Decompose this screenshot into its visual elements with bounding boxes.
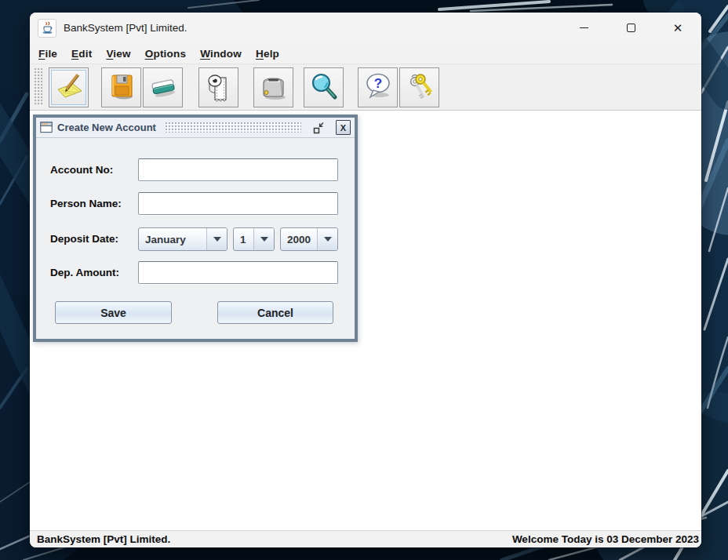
dep-amount-label: Dep. Amount: [50, 261, 138, 284]
status-right-text: Welcome Today is 03 December 2023 [512, 533, 699, 545]
security-keys-button[interactable] [399, 67, 439, 107]
day-dropdown-arrow-box [253, 228, 274, 250]
new-account-button[interactable] [49, 67, 89, 107]
window-title: BankSystem [Pvt] Limited. [64, 22, 187, 34]
search-magnifier-icon [308, 71, 340, 103]
close-button[interactable]: ✕ [654, 13, 701, 43]
chevron-down-icon [213, 237, 221, 242]
window-controls: ✕ [560, 13, 701, 43]
menu-options[interactable]: Options [138, 45, 193, 62]
cancel-form-button[interactable]: Cancel [217, 301, 333, 324]
help-button[interactable]: ? [358, 67, 398, 107]
java-cup-icon [38, 19, 56, 38]
year-value: 2000 [281, 228, 317, 250]
security-keys-icon [404, 71, 435, 103]
maximize-icon [627, 24, 635, 32]
account-no-label: Account No: [50, 158, 138, 181]
toolbar: ? [30, 64, 701, 111]
close-icon: ✕ [673, 22, 683, 34]
create-account-form: Account No: Person Name: Deposit Date: J… [36, 138, 355, 339]
person-name-label: Person Name: [50, 192, 138, 215]
dep-amount-input[interactable] [138, 261, 338, 284]
process-button[interactable] [253, 67, 293, 107]
mdi-desktop-pane: Create New Account X Account No: Person … [30, 111, 701, 530]
search-button[interactable] [304, 67, 344, 107]
delete-eraser-icon [147, 71, 179, 103]
save-floppy-icon [106, 71, 137, 103]
month-combobox[interactable]: January [138, 227, 228, 251]
new-note-icon [53, 71, 85, 103]
restore-arrow-icon [312, 122, 325, 134]
internal-frame-title: Create New Account [57, 122, 156, 133]
menu-view[interactable]: View [99, 45, 137, 62]
help-question-icon: ? [362, 71, 394, 103]
titlebar-bumps-texture [166, 122, 301, 133]
minimize-icon [580, 27, 588, 28]
minimize-button[interactable] [560, 13, 607, 43]
toolbar-drag-handle[interactable] [35, 68, 44, 106]
delete-button[interactable] [143, 67, 183, 107]
print-paper-roll-icon [203, 71, 235, 103]
internal-frame-titlebar[interactable]: Create New Account X [36, 118, 355, 138]
app-window: BankSystem [Pvt] Limited. ✕ File Edit Vi… [30, 13, 701, 547]
menu-help[interactable]: Help [249, 45, 286, 62]
menu-edit[interactable]: Edit [64, 45, 99, 62]
chevron-down-icon [260, 237, 268, 242]
person-name-input[interactable] [138, 192, 338, 215]
status-left-text: BankSystem [Pvt] Limited. [37, 533, 170, 545]
window-titlebar: BankSystem [Pvt] Limited. ✕ [30, 13, 701, 43]
create-account-internal-frame: Create New Account X Account No: Person … [33, 115, 358, 342]
status-bar: BankSystem [Pvt] Limited. Welcome Today … [30, 530, 701, 547]
chevron-down-icon [324, 237, 332, 242]
save-button[interactable] [101, 67, 141, 107]
account-no-input[interactable] [138, 158, 338, 181]
menu-file[interactable]: File [31, 45, 64, 62]
month-value: January [139, 228, 206, 250]
year-dropdown-arrow-box [317, 228, 337, 250]
year-combobox[interactable]: 2000 [280, 227, 338, 251]
internal-frame-close-icon: X [340, 123, 346, 133]
internal-frame-close-button[interactable]: X [336, 120, 351, 135]
month-dropdown-arrow-box [206, 228, 227, 250]
maximize-button[interactable] [607, 13, 654, 43]
day-value: 1 [234, 228, 253, 250]
process-toaster-icon [258, 71, 289, 103]
internal-frame-icon [40, 122, 53, 133]
svg-text:?: ? [373, 76, 381, 91]
menu-bar: File Edit View Options Window Help [30, 43, 701, 64]
deposit-date-label: Deposit Date: [50, 227, 138, 250]
menu-window[interactable]: Window [193, 45, 249, 62]
save-form-button[interactable]: Save [55, 301, 172, 324]
internal-frame-maximize-button[interactable] [311, 120, 326, 136]
day-combobox[interactable]: 1 [233, 227, 275, 251]
print-button[interactable] [198, 67, 238, 107]
